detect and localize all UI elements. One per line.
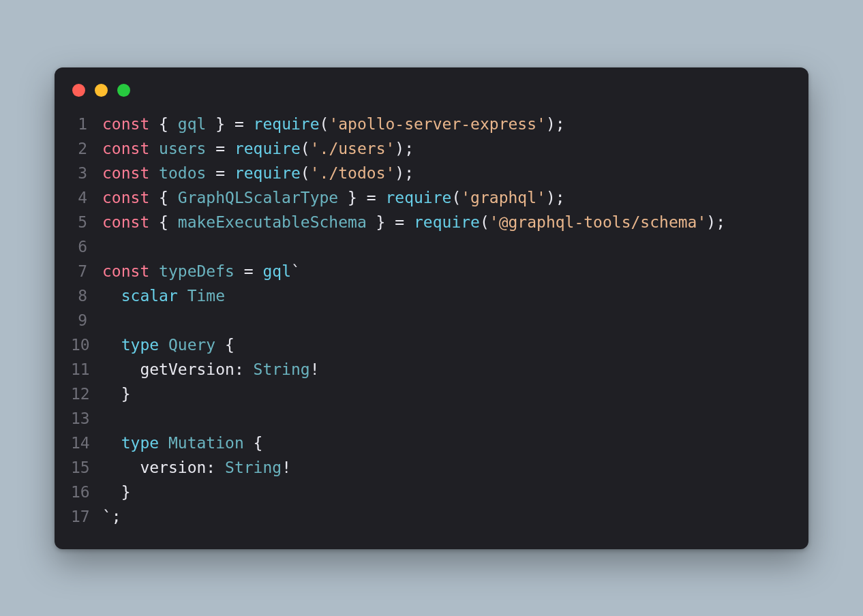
minimize-icon[interactable]: [95, 84, 108, 97]
code-line: 16 }: [71, 480, 792, 504]
line-number: 12: [71, 382, 102, 406]
code-content: type Mutation {: [102, 431, 262, 455]
code-line: 9: [71, 308, 792, 333]
code-content: }: [102, 480, 131, 504]
code-content: version: String!: [102, 455, 291, 480]
code-line: 5 const { makeExecutableSchema } = requi…: [71, 210, 792, 234]
code-line: 10 type Query {: [71, 333, 792, 357]
line-number: 7: [71, 259, 102, 283]
line-number: 10: [71, 333, 102, 357]
code-content: type Query {: [102, 333, 234, 357]
line-number: 11: [71, 357, 102, 382]
code-content: const users = require('./users');: [102, 136, 414, 161]
line-number: 8: [71, 283, 102, 308]
code-content: getVersion: String!: [102, 357, 320, 382]
line-number: 15: [71, 455, 102, 480]
code-line: 8 scalar Time: [71, 283, 792, 308]
code-content: const todos = require('./todos');: [102, 161, 414, 185]
code-line: 6: [71, 234, 792, 259]
titlebar: [55, 67, 808, 102]
line-number: 5: [71, 210, 102, 234]
line-number: 1: [71, 112, 102, 136]
line-number: 16: [71, 480, 102, 504]
code-line: 13: [71, 406, 792, 431]
line-number: 14: [71, 431, 102, 455]
code-content: const { makeExecutableSchema } = require…: [102, 210, 725, 234]
code-line: 12 }: [71, 382, 792, 406]
code-line: 3 const todos = require('./todos');: [71, 161, 792, 185]
code-content: const { GraphQLScalarType } = require('g…: [102, 185, 565, 210]
line-number: 13: [71, 406, 102, 431]
code-line: 15 version: String!: [71, 455, 792, 480]
line-number: 3: [71, 161, 102, 185]
code-line: 11 getVersion: String!: [71, 357, 792, 382]
code-line: 2 const users = require('./users');: [71, 136, 792, 161]
line-number: 6: [71, 234, 102, 259]
code-editor[interactable]: 1 const { gql } = require('apollo-server…: [55, 102, 808, 549]
code-content: `;: [102, 504, 121, 529]
code-line: 17 `;: [71, 504, 792, 529]
line-number: 4: [71, 185, 102, 210]
code-window: 1 const { gql } = require('apollo-server…: [55, 67, 808, 549]
code-line: 7 const typeDefs = gql`: [71, 259, 792, 283]
code-content: const typeDefs = gql`: [102, 259, 301, 283]
code-content: const { gql } = require('apollo-server-e…: [102, 112, 565, 136]
code-line: 4 const { GraphQLScalarType } = require(…: [71, 185, 792, 210]
code-content: }: [102, 382, 131, 406]
zoom-icon[interactable]: [117, 84, 130, 97]
line-number: 17: [71, 504, 102, 529]
line-number: 2: [71, 136, 102, 161]
code-content: scalar Time: [102, 283, 225, 308]
close-icon[interactable]: [72, 84, 85, 97]
code-line: 14 type Mutation {: [71, 431, 792, 455]
line-number: 9: [71, 308, 102, 333]
code-line: 1 const { gql } = require('apollo-server…: [71, 112, 792, 136]
